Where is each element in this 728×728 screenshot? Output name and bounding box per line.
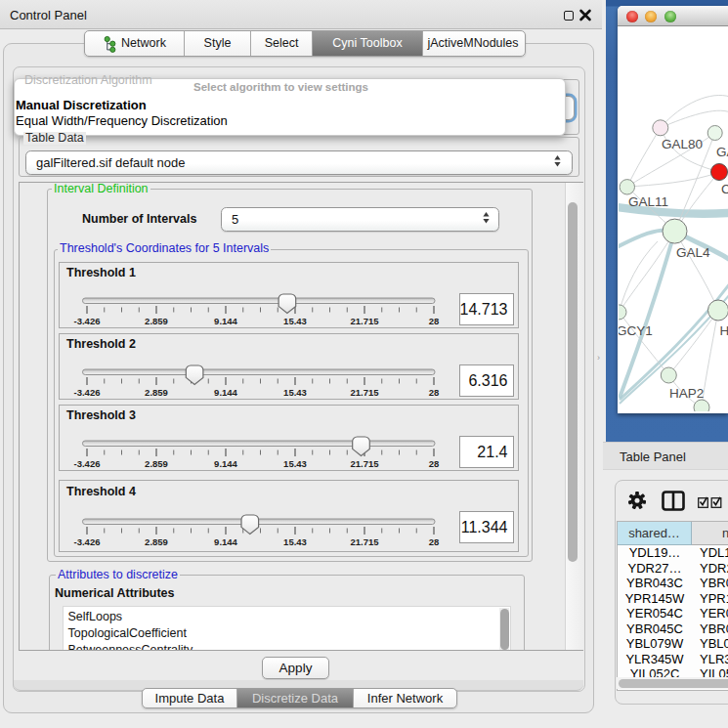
svg-text:15.43: 15.43 [283, 387, 307, 398]
svg-text:9.144: 9.144 [214, 458, 237, 469]
svg-text:21.715: 21.715 [350, 536, 379, 547]
svg-text:GAL80: GAL80 [662, 137, 703, 151]
svg-text:28: 28 [429, 316, 440, 326]
svg-text:15.43: 15.43 [283, 458, 307, 469]
svg-text:H: H [720, 323, 728, 338]
svg-text:15.43: 15.43 [283, 316, 307, 326]
svg-text:21.715: 21.715 [350, 458, 379, 469]
svg-text:21.715: 21.715 [350, 387, 379, 398]
svg-text:9.144: 9.144 [214, 536, 237, 547]
svg-text:2.859: 2.859 [145, 458, 168, 469]
svg-text:2.859: 2.859 [145, 536, 168, 547]
svg-text:28: 28 [429, 387, 440, 398]
svg-text:C: C [721, 182, 728, 196]
svg-text:9.144: 9.144 [214, 316, 237, 326]
svg-text:GCY1: GCY1 [619, 323, 653, 338]
svg-text:-3.426: -3.426 [74, 316, 101, 326]
svg-text:15.43: 15.43 [283, 536, 307, 547]
svg-text:-3.426: -3.426 [74, 458, 101, 469]
svg-text:2.859: 2.859 [145, 387, 168, 398]
svg-text:GAL4: GAL4 [676, 245, 710, 260]
svg-text:28: 28 [429, 536, 440, 547]
svg-text:21.715: 21.715 [350, 316, 379, 326]
svg-text:HAP2: HAP2 [669, 386, 704, 401]
svg-text:9.144: 9.144 [214, 387, 237, 398]
svg-text:-3.426: -3.426 [74, 387, 101, 398]
svg-text:GAL11: GAL11 [628, 194, 668, 209]
svg-text:28: 28 [429, 458, 440, 469]
svg-text:2.859: 2.859 [145, 316, 168, 326]
svg-text:-3.426: -3.426 [74, 536, 101, 547]
svg-text:GA: GA [716, 145, 728, 159]
